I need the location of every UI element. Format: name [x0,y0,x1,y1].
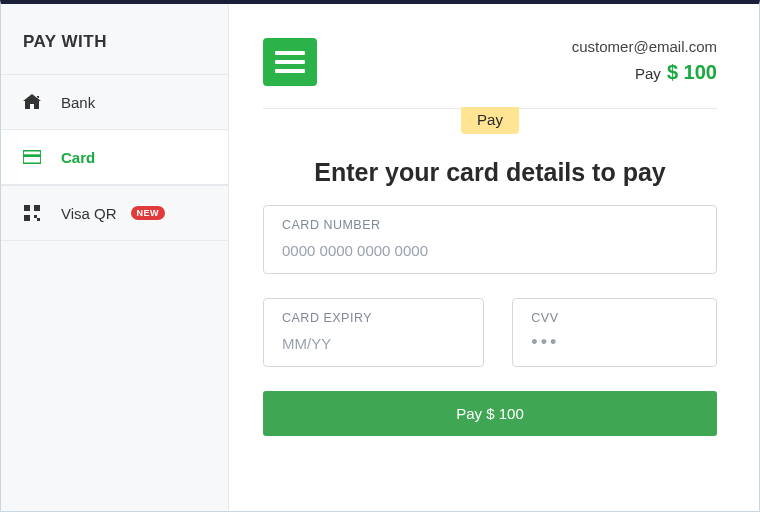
cvv-label: CVV [531,311,698,325]
new-badge: NEW [131,206,166,220]
card-number-label: CARD NUMBER [282,218,698,232]
form-heading: Enter your card details to pay [229,158,759,187]
customer-email: customer@email.com [572,38,717,55]
pay-prefix: Pay [635,65,661,82]
svg-rect-5 [34,215,37,218]
sidebar-item-label: Visa QR [61,205,117,222]
sidebar-title: PAY WITH [1,4,228,74]
sidebar: PAY WITH Bank Card Visa QR NEW [1,4,229,511]
tab-bar: Pay [263,108,717,134]
sidebar-item-label: Bank [61,94,95,111]
tab-pay[interactable]: Pay [461,107,519,134]
sidebar-item-bank[interactable]: Bank [1,74,228,129]
sidebar-item-visa-qr[interactable]: Visa QR NEW [1,185,228,241]
card-expiry-field[interactable]: CARD EXPIRY MM/YY [263,298,484,367]
pay-button[interactable]: Pay $ 100 [263,391,717,436]
svg-rect-2 [24,205,30,211]
card-number-field[interactable]: CARD NUMBER 0000 0000 0000 0000 [263,205,717,274]
card-form: CARD NUMBER 0000 0000 0000 0000 CARD EXP… [229,205,759,436]
card-icon [23,148,41,166]
payment-modal: PAY WITH Bank Card Visa QR NEW [0,0,760,512]
svg-rect-3 [34,205,40,211]
header-info: customer@email.com Pay $ 100 [572,38,717,84]
cvv-input[interactable]: ••• [531,335,698,350]
qr-icon [23,204,41,222]
menu-button[interactable] [263,38,317,86]
pay-amount: $ 100 [667,61,717,83]
sidebar-item-label: Card [61,149,95,166]
svg-rect-6 [37,218,40,221]
cvv-field[interactable]: CVV ••• [512,298,717,367]
card-expiry-label: CARD EXPIRY [282,311,465,325]
hamburger-icon [275,51,305,73]
card-expiry-input[interactable]: MM/YY [282,335,465,352]
svg-rect-4 [24,215,30,221]
svg-rect-1 [23,154,41,157]
pay-line: Pay $ 100 [572,61,717,84]
home-icon [23,93,41,111]
topbar: customer@email.com Pay $ 100 [229,4,759,86]
main-panel: customer@email.com Pay $ 100 Pay Enter y… [229,4,759,511]
sidebar-item-card[interactable]: Card [1,129,228,185]
card-number-input[interactable]: 0000 0000 0000 0000 [282,242,698,259]
